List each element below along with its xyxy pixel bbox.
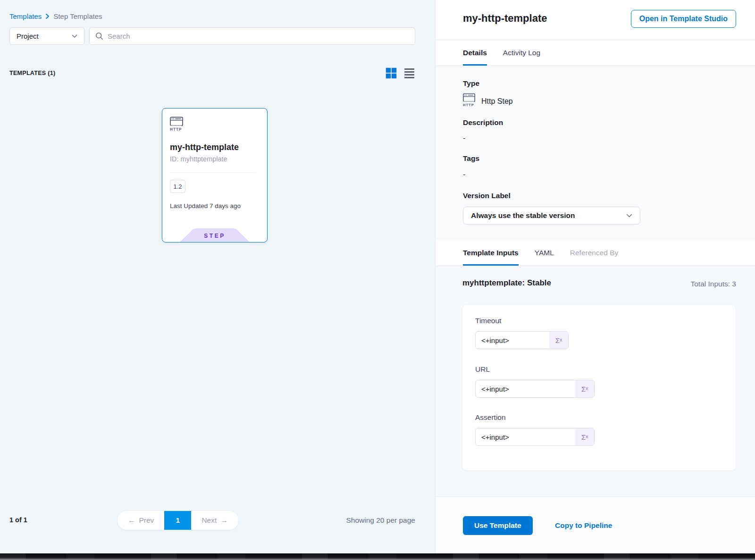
list-view-icon[interactable] (404, 68, 414, 78)
url-label: URL (475, 365, 490, 374)
next-button[interactable]: Next → (191, 511, 238, 530)
prev-button[interactable]: ← Prev (117, 511, 164, 530)
template-card-title: my-http-template (170, 142, 239, 152)
tab-referenced-by[interactable]: Referenced By (570, 240, 619, 266)
details-tab-bar: Details Activity Log (436, 40, 755, 66)
desktop-background-strip (0, 553, 755, 560)
expression-sigma-icon[interactable]: Σˣ (575, 380, 594, 397)
tab-yaml[interactable]: YAML (535, 240, 554, 266)
last-updated-label: Last Updated 7 days ago (170, 202, 241, 209)
step-ribbon-label: STEP (179, 233, 250, 239)
template-inputs-section: myhttptemplate: Stable Total Inputs: 3 T… (436, 266, 755, 496)
templates-list-panel: Templates Step Templates Project TEMPLAT… (0, 0, 435, 553)
use-template-button[interactable]: Use Template (463, 516, 533, 535)
open-in-template-studio-button[interactable]: Open in Template Studio (631, 10, 736, 28)
page-number-button[interactable]: 1 (164, 511, 191, 530)
search-input[interactable] (108, 32, 409, 40)
chevron-down-icon (626, 214, 632, 218)
timeout-field: Σˣ (475, 331, 569, 349)
type-label: Type (463, 79, 479, 88)
http-step-icon: HTTP (170, 117, 184, 134)
svg-text:HTTP: HTTP (463, 103, 474, 107)
total-inputs-label: Total Inputs: 3 (690, 280, 736, 288)
grid-view-icon[interactable] (386, 68, 396, 78)
assertion-label: Assertion (475, 413, 506, 422)
details-content: Type HTTP Http Step Description - Tags (436, 66, 755, 240)
panel-title: my-http-template (463, 12, 547, 25)
description-label: Description (463, 118, 503, 127)
url-field: Σˣ (475, 380, 595, 398)
template-card[interactable]: HTTP my-http-template ID: myhttptemplate… (162, 108, 268, 242)
version-label: Version Label (463, 192, 511, 200)
version-badge: 1.2 (170, 180, 185, 193)
assertion-field: Σˣ (475, 428, 595, 446)
templates-count-label: TEMPLATES (1) (9, 70, 55, 76)
view-toggles (386, 68, 414, 78)
description-value: - (463, 134, 465, 142)
details-header: my-http-template Open in Template Studio (436, 0, 755, 40)
page-info: 1 of 1 (9, 516, 27, 524)
timeout-label: Timeout (475, 317, 501, 325)
breadcrumb: Templates Step Templates (9, 12, 102, 20)
expression-sigma-icon[interactable]: Σˣ (575, 428, 594, 445)
url-input[interactable] (476, 380, 575, 397)
tags-value: - (463, 170, 465, 179)
app-window: Templates Step Templates Project TEMPLAT… (0, 0, 755, 560)
template-card-id: ID: myhttptemplate (170, 155, 227, 163)
svg-text:HTTP: HTTP (170, 127, 182, 132)
search-box (89, 27, 415, 45)
inputs-card: Timeout Σˣ URL Σˣ Assertion Σˣ (462, 304, 736, 471)
details-footer: Use Template Copy to Pipeline (436, 496, 755, 553)
inputs-tab-bar: Template Inputs YAML Referenced By (436, 240, 755, 266)
tags-label: Tags (463, 154, 479, 163)
chevron-down-icon (72, 34, 77, 38)
breadcrumb-chevron-icon (45, 13, 50, 19)
tab-template-inputs[interactable]: Template Inputs (463, 240, 519, 266)
next-label: Next (201, 516, 217, 525)
arrow-left-icon: ← (128, 516, 135, 525)
http-step-type-icon: HTTP (463, 93, 476, 110)
type-value: Http Step (481, 97, 513, 106)
per-page-label: Showing 20 per page (346, 516, 415, 525)
scope-select-value: Project (17, 32, 39, 40)
version-select-value: Always use the stable version (471, 211, 575, 220)
arrow-right-icon: → (220, 516, 228, 525)
breadcrumb-current: Step Templates (53, 12, 102, 20)
assertion-input[interactable] (476, 428, 575, 445)
prev-label: Prev (139, 516, 154, 525)
inputs-title: myhttptemplate: Stable (462, 278, 551, 288)
version-select[interactable]: Always use the stable version (463, 207, 640, 225)
template-details-panel: my-http-template Open in Template Studio… (435, 0, 755, 553)
tab-activity-log[interactable]: Activity Log (503, 40, 540, 66)
project-scope-select[interactable]: Project (9, 27, 84, 45)
pagination: ← Prev 1 Next → (117, 511, 238, 530)
card-divider (170, 172, 256, 173)
step-ribbon: STEP (179, 228, 250, 242)
tab-details[interactable]: Details (463, 40, 487, 66)
timeout-input[interactable] (476, 332, 549, 349)
breadcrumb-link-templates[interactable]: Templates (9, 12, 42, 20)
copy-to-pipeline-link[interactable]: Copy to Pipeline (555, 521, 612, 530)
expression-sigma-icon[interactable]: Σˣ (549, 332, 568, 349)
search-icon (95, 32, 103, 40)
